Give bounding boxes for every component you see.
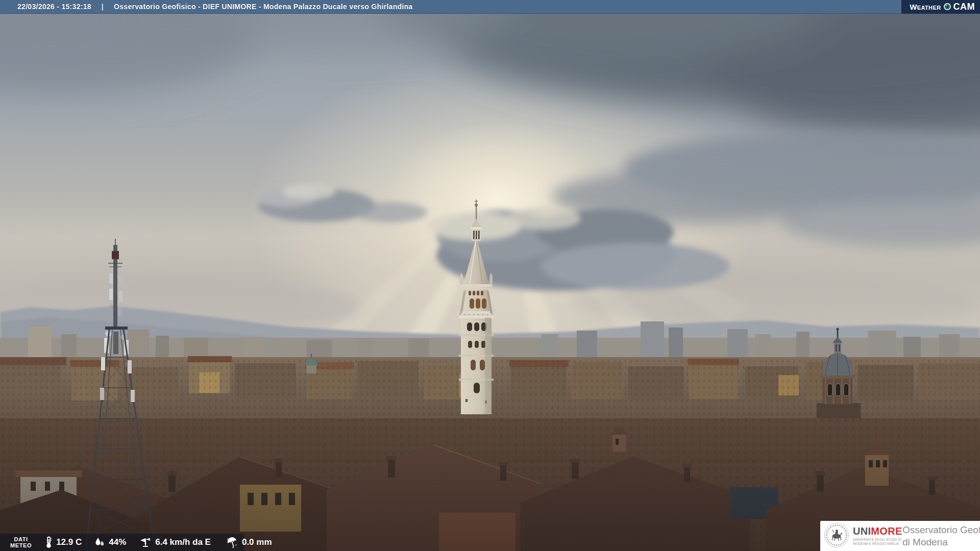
wind-vane-icon	[139, 536, 152, 548]
weathercam-logo: Weather CAM	[901, 0, 980, 14]
weather-data-label: DATI METEO	[10, 536, 32, 548]
rain-reading: 0.0 mm	[226, 536, 272, 548]
temperature-value: 12.9 C	[56, 537, 82, 547]
webcam-page: 22/03/2026 - 15:32:18 | Osservatorio Geo…	[0, 0, 980, 551]
unimore-seal-icon	[824, 522, 849, 550]
rain-value: 0.0 mm	[242, 537, 272, 547]
webcam-photo	[0, 0, 980, 551]
wind-value: 6.4 km/h da E	[155, 537, 211, 547]
timestamp: 22/03/2026 - 15:32:18	[17, 3, 91, 11]
humidity-value: 44%	[109, 537, 126, 547]
unimore-caption: UNIVERSITÀ DEGLI STUDI DI MODENA E REGGI…	[853, 538, 898, 546]
camera-lens-icon	[943, 3, 951, 11]
rain-umbrella-icon	[226, 536, 238, 548]
unimore-wordmark: UNIMORE UNIVERSITÀ DEGLI STUDI DI MODENA…	[853, 526, 898, 546]
page-title: Osservatorio Geofisico - DIEF UNIMORE - …	[114, 3, 412, 11]
wind-reading: 6.4 km/h da E	[139, 536, 211, 548]
unimore-wordmark-uni: UNI	[853, 525, 871, 537]
thermometer-icon	[45, 536, 53, 548]
header-bar: 22/03/2026 - 15:32:18 | Osservatorio Geo…	[0, 0, 980, 14]
humidity-icon	[94, 537, 105, 548]
unimore-wordmark-more: MORE	[871, 525, 902, 537]
observatory-name: Osservatorio Geofisico di Modena	[902, 524, 980, 548]
weathercam-logo-weather: Weather	[910, 3, 941, 11]
weather-data-bar: DATI METEO 12.9 C 4	[0, 534, 244, 551]
humidity-reading: 44%	[94, 537, 126, 548]
unimore-brand-box: UNIMORE UNIVERSITÀ DEGLI STUDI DI MODENA…	[820, 521, 980, 551]
header-separator: |	[102, 3, 104, 11]
weathercam-logo-cam: CAM	[953, 2, 975, 12]
temperature-reading: 12.9 C	[45, 536, 82, 548]
